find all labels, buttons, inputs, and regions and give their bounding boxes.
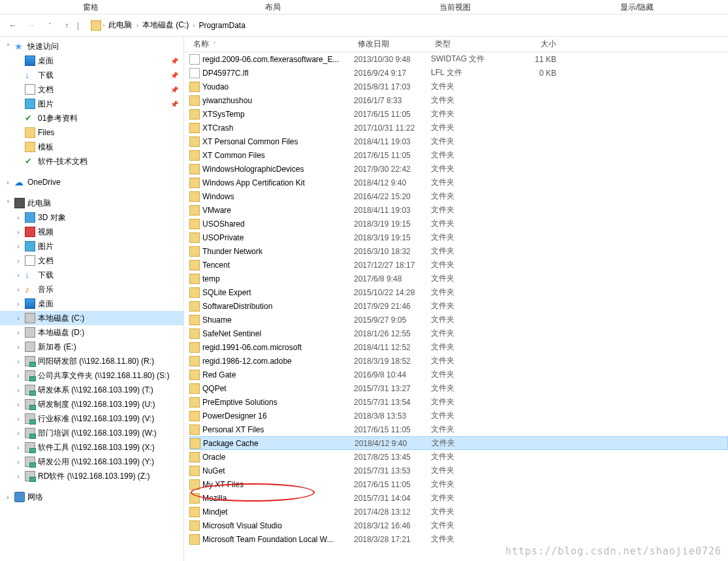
sidebar-item[interactable]: ›桌面 <box>0 297 183 311</box>
file-row[interactable]: Package Cache2018/4/12 9:40文件夹 <box>189 436 728 450</box>
file-row[interactable]: regid.1986-12.com.adobe2018/3/19 18:52文件… <box>189 354 728 368</box>
file-row[interactable]: DP45977C.lfl2016/9/24 9:17LFL 文件0 KB <box>189 66 728 80</box>
sidebar-item[interactable]: ›音乐 <box>0 282 183 297</box>
sidebar-item[interactable]: ›软件-技术文档 <box>0 154 183 168</box>
onedrive[interactable]: › OneDrive <box>0 175 183 189</box>
file-row[interactable]: PowerDesigner 162018/3/8 13:53文件夹 <box>189 409 728 423</box>
file-row[interactable]: WindowsHolographicDevices2017/9/30 22:42… <box>189 162 728 176</box>
sidebar-item[interactable]: ›文档📌 <box>0 82 183 97</box>
file-row[interactable]: XT Personal Common Files2018/4/11 19:03文… <box>189 135 728 148</box>
file-row[interactable]: QQPet2015/7/31 13:27文件夹 <box>189 381 728 395</box>
file-row[interactable]: USOPrivate2018/3/19 19:15文件夹 <box>189 231 728 244</box>
sidebar-item[interactable]: ›3D 对象 <box>0 210 183 225</box>
navigation-pane[interactable]: ˅ 快速访问 ›桌面📌›下载📌›文档📌›图片📌›01参考资料›Files›模板›… <box>0 37 184 561</box>
up-button[interactable]: ↑ <box>60 19 73 32</box>
file-row[interactable]: My XT Files2017/6/15 11:05文件夹 <box>189 477 728 491</box>
sidebar-item[interactable]: ›模板 <box>0 140 183 154</box>
breadcrumb-part[interactable]: ProgramData <box>196 20 247 31</box>
sidebar-item[interactable]: ›研发体系 (\\192.168.103.199) (T:) <box>0 383 183 397</box>
column-headers: 名称 ˅ 修改日期 类型 大小 <box>184 37 728 52</box>
chevron-right-icon[interactable]: › <box>103 22 104 29</box>
file-row[interactable]: Shuame2015/9/27 9:05文件夹 <box>189 313 728 327</box>
sidebar-item[interactable]: ›RD软件 (\\192.168.103.199) (Z:) <box>0 469 183 483</box>
file-row[interactable]: SQLite Expert2015/10/22 14:28文件夹 <box>189 285 728 299</box>
file-type: SWIDTAG 文件 <box>431 54 508 65</box>
this-pc[interactable]: ˅ 此电脑 <box>0 196 183 210</box>
sidebar-item[interactable]: ›研发公用 (\\192.168.103.199) (Y:) <box>0 455 183 469</box>
sidebar-item[interactable]: ›图片 <box>0 239 183 253</box>
chevron-right-icon[interactable]: › <box>136 22 138 29</box>
sidebar-item[interactable]: ›视频 <box>0 225 183 239</box>
ribbon-tab[interactable]: 窗格 <box>0 0 182 14</box>
address-bar[interactable]: › 此电脑›本地磁盘 (C:)›ProgramData <box>88 18 723 33</box>
column-name[interactable]: 名称 ˅ <box>189 39 354 50</box>
file-row[interactable]: Thunder Network2016/3/10 18:32文件夹 <box>189 244 728 258</box>
sidebar-item[interactable]: ›部门培训 (\\192.168.103.199) (W:) <box>0 426 183 440</box>
quick-access[interactable]: ˅ 快速访问 <box>0 39 183 54</box>
file-row[interactable]: Microsoft Team Foundation Local W...2018… <box>189 532 728 546</box>
breadcrumb-part[interactable]: 本地磁盘 (C:) <box>140 18 191 32</box>
forward-button[interactable]: → <box>24 18 39 33</box>
sidebar-item-label: RD软件 (\\192.168.103.199) (Z:) <box>38 471 150 482</box>
file-row[interactable]: XTSysTemp2017/6/15 11:05文件夹 <box>189 107 728 121</box>
file-row[interactable]: yiwanzhushou2016/1/7 8:33文件夹 <box>189 93 728 107</box>
file-row[interactable]: Windows App Certification Kit2018/4/12 9… <box>189 176 728 189</box>
sidebar-item[interactable]: ›01参考资料 <box>0 111 183 125</box>
file-row[interactable]: USOShared2018/3/19 19:15文件夹 <box>189 217 728 231</box>
file-row[interactable]: XT Common Files2017/6/15 11:05文件夹 <box>189 148 728 162</box>
file-row[interactable]: PreEmptive Solutions2015/7/31 13:54文件夹 <box>189 395 728 409</box>
file-date: 2016/9/8 10:44 <box>354 370 431 379</box>
sidebar-item[interactable]: ›行业标准 (\\192.168.103.199) (V:) <box>0 411 183 426</box>
breadcrumb-part[interactable]: 此电脑 <box>106 18 135 32</box>
file-row[interactable]: regid.2009-06.com.flexerasoftware_E...20… <box>189 52 728 66</box>
sidebar-item[interactable]: ›公司共享文件夹 (\\192.168.11.80) (S:) <box>0 368 183 383</box>
file-row[interactable]: SafeNet Sentinel2018/1/26 12:55文件夹 <box>189 327 728 340</box>
column-size[interactable]: 大小 <box>508 39 560 50</box>
item-icon <box>25 342 35 352</box>
file-row[interactable]: regid.1991-06.com.microsoft2018/4/11 12:… <box>189 340 728 354</box>
sidebar-item[interactable]: ›本地磁盘 (C:) <box>0 311 183 325</box>
sidebar-item[interactable]: ›Files <box>0 125 183 140</box>
back-button[interactable]: ← <box>5 18 21 33</box>
sidebar-item[interactable]: ›软件工具 (\\192.168.103.199) (X:) <box>0 440 183 455</box>
ribbon-tab[interactable]: 布局 <box>182 0 364 14</box>
file-row[interactable]: Tencent2017/12/27 18:17文件夹 <box>189 258 728 272</box>
file-row[interactable]: Microsoft Visual Studio2018/3/12 16:46文件… <box>189 519 728 532</box>
file-row[interactable]: NuGet2015/7/31 13:53文件夹 <box>189 464 728 477</box>
file-row[interactable]: Mindjet2017/4/28 13:12文件夹 <box>189 505 728 519</box>
file-row[interactable]: XTCrash2017/10/31 11:22文件夹 <box>189 121 728 135</box>
sidebar-item[interactable]: ›下载📌 <box>0 68 183 82</box>
sidebar-item[interactable]: ›本地磁盘 (D:) <box>0 325 183 340</box>
sidebar-item-label: 下载 <box>38 70 54 81</box>
file-row[interactable]: Oracle2017/8/25 13:45文件夹 <box>189 450 728 464</box>
network[interactable]: › 网络 <box>0 490 183 504</box>
sidebar-item[interactable]: ›桌面📌 <box>0 54 183 68</box>
file-row[interactable]: SoftwareDistribution2017/9/29 21:46文件夹 <box>189 299 728 313</box>
column-date[interactable]: 修改日期 <box>354 39 431 50</box>
item-icon <box>25 385 35 395</box>
sidebar-item[interactable]: ›新加卷 (E:) <box>0 340 183 354</box>
item-icon <box>25 127 35 138</box>
sidebar-item[interactable]: ›研发制度 (\\192.168.103.199) (U:) <box>0 397 183 411</box>
file-icon <box>189 246 200 257</box>
sidebar-item[interactable]: ›同阳研发部 (\\192.168.11.80) (R:) <box>0 354 183 368</box>
file-row[interactable]: Youdao2015/8/31 17:03文件夹 <box>189 80 728 93</box>
ribbon-tab[interactable]: 当前视图 <box>364 0 546 14</box>
file-type: 文件夹 <box>431 259 508 270</box>
sidebar-item[interactable]: ›文档 <box>0 253 183 268</box>
recent-dropdown[interactable]: ˅ <box>42 18 57 33</box>
file-row[interactable]: Windows2016/4/22 15:20文件夹 <box>189 189 728 203</box>
file-type: 文件夹 <box>431 136 508 147</box>
file-row[interactable]: Red Gate2016/9/8 10:44文件夹 <box>189 368 728 381</box>
file-list[interactable]: regid.2009-06.com.flexerasoftware_E...20… <box>184 52 728 561</box>
chevron-right-icon[interactable]: › <box>193 22 195 29</box>
sidebar-item[interactable]: ›图片📌 <box>0 97 183 111</box>
column-type[interactable]: 类型 <box>431 39 508 50</box>
file-row[interactable]: Mozilla2015/7/31 14:04文件夹 <box>189 491 728 505</box>
file-row[interactable]: Personal XT Files2017/6/15 11:05文件夹 <box>189 423 728 436</box>
file-date: 2018/4/11 19:03 <box>354 206 431 215</box>
sidebar-item[interactable]: ›下载 <box>0 268 183 282</box>
ribbon-tab[interactable]: 显示/隐藏 <box>546 0 728 14</box>
file-row[interactable]: VMware2018/4/11 19:03文件夹 <box>189 203 728 217</box>
file-row[interactable]: temp2017/6/8 9:48文件夹 <box>189 272 728 285</box>
